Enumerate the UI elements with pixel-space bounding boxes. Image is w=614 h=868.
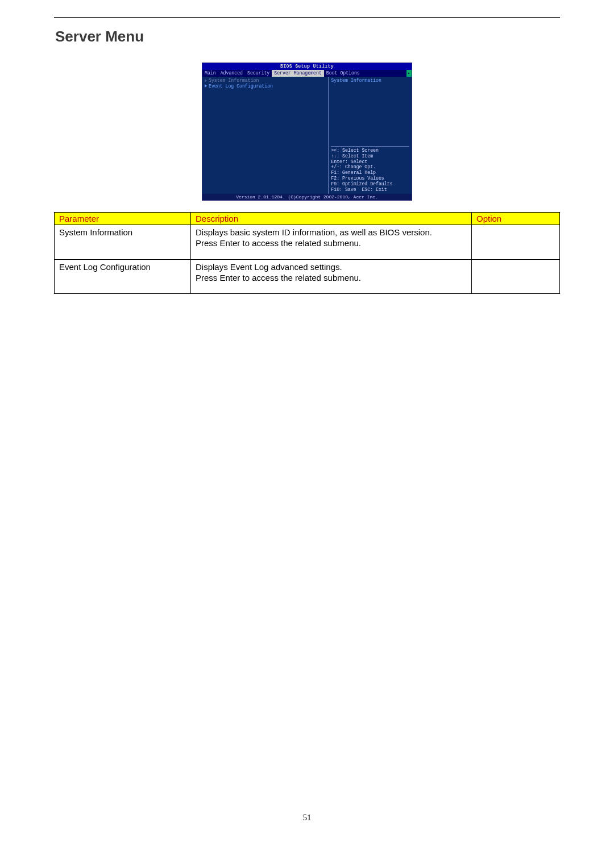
bios-menu-advanced: Advanced [218, 70, 245, 77]
caret-right-icon [205, 84, 207, 88]
header-divider [54, 17, 560, 18]
caret-right-icon [205, 79, 207, 82]
bios-hint: F2: Previous Values [331, 176, 409, 181]
bios-footer: Version 2.01.1204. (C)Copyright 2002-201… [202, 194, 412, 201]
bios-menu-boot-options: Boot Options [324, 70, 362, 77]
th-parameter: Parameter [55, 213, 191, 225]
bios-hint: F1: General Help [331, 170, 409, 176]
bios-menu-scroll-right-icon: ▸ [406, 70, 412, 77]
cell-description: Displays basic system ID information, as… [191, 225, 472, 260]
bios-menu-bar: Main Advanced Security Server Management… [202, 70, 412, 77]
bios-key-hints: ><: Select Screen ↑↓: Select Item Enter:… [331, 146, 409, 193]
bios-menu-security: Security [245, 70, 272, 77]
cell-option [472, 225, 560, 260]
cell-description: Displays Event Log advanced settings. Pr… [191, 259, 472, 294]
table-header-row: Parameter Description Option [55, 213, 560, 225]
page-number: 51 [0, 813, 614, 823]
parameter-table: Parameter Description Option System Info… [54, 212, 560, 294]
bios-menu-server-management: Server Management [272, 70, 324, 77]
bios-hint: ↑↓: Select Item [331, 153, 409, 159]
cell-parameter: System Information [55, 225, 191, 260]
bios-item-label: Event Log Configuration [209, 84, 273, 89]
th-option: Option [472, 213, 560, 225]
bios-screenshot: BIOS Setup Utility Main Advanced Securit… [54, 63, 560, 201]
bios-menu-main: Main [202, 70, 218, 77]
cell-option [472, 259, 560, 294]
th-description: Description [191, 213, 472, 225]
bios-item-label: System Information [209, 78, 259, 84]
cell-parameter: Event Log Configuration [55, 259, 191, 294]
bios-item-event-log-configuration: Event Log Configuration [205, 84, 326, 89]
section-title: Server Menu [55, 28, 560, 45]
bios-hint: +/-: Change Opt. [331, 164, 409, 170]
bios-title: BIOS Setup Utility [202, 63, 412, 70]
bios-hint: F10: Save ESC: Exit [331, 187, 409, 193]
table-row: System Information Displays basic system… [55, 225, 560, 260]
bios-hint: Enter: Select [331, 159, 409, 165]
bios-help-title: System Information [331, 78, 409, 84]
bios-hint: F9: Optimized Defaults [331, 181, 409, 187]
table-row: Event Log Configuration Displays Event L… [55, 259, 560, 294]
bios-hint: ><: Select Screen [331, 148, 409, 153]
bios-item-system-information: System Information [205, 78, 326, 84]
bios-right-panel: System Information ><: Select Screen ↑↓:… [329, 77, 412, 194]
bios-left-panel: System Information Event Log Configurati… [202, 77, 329, 194]
